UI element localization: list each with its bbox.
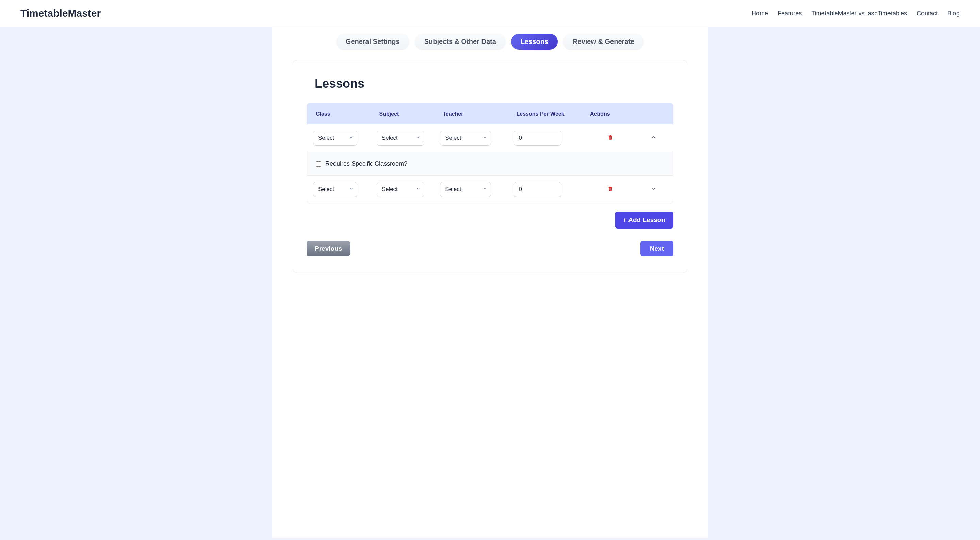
select-value: Select bbox=[445, 186, 461, 193]
class-select[interactable]: Select bbox=[313, 182, 357, 197]
requires-classroom-checkbox[interactable] bbox=[316, 161, 321, 167]
select-value: Select bbox=[318, 186, 334, 193]
tab-lessons[interactable]: Lessons bbox=[511, 34, 558, 50]
nav-blog[interactable]: Blog bbox=[947, 10, 959, 17]
trash-icon bbox=[608, 186, 614, 193]
class-select[interactable]: Select bbox=[313, 130, 357, 146]
panel-title: Lessons bbox=[307, 76, 673, 91]
lessons-table: Class Subject Teacher Lessons Per Week A… bbox=[307, 103, 673, 203]
nav-features[interactable]: Features bbox=[778, 10, 802, 17]
subject-select[interactable]: Select bbox=[377, 130, 424, 146]
input-value: 0 bbox=[519, 186, 522, 193]
lessons-per-week-input[interactable]: 0 bbox=[514, 182, 562, 197]
input-value: 0 bbox=[519, 135, 522, 141]
chevron-down-icon bbox=[416, 186, 421, 192]
chevron-up-icon bbox=[651, 134, 657, 142]
lessons-panel: Lessons Class Subject Teacher Lessons Pe… bbox=[293, 60, 687, 273]
chevron-down-icon bbox=[482, 135, 487, 141]
checkbox-text: Requires Specific Classroom? bbox=[325, 160, 407, 167]
tab-subjects-data[interactable]: Subjects & Other Data bbox=[415, 34, 506, 50]
table-row: Select Select Select bbox=[307, 124, 673, 152]
main-shell: General Settings Subjects & Other Data L… bbox=[272, 27, 708, 538]
brand-logo[interactable]: TimetableMaster bbox=[21, 8, 101, 19]
chevron-down-icon bbox=[349, 135, 353, 141]
chevron-down-icon bbox=[416, 135, 421, 141]
trash-icon bbox=[608, 134, 614, 142]
col-class: Class bbox=[311, 111, 372, 117]
nav-home[interactable]: Home bbox=[752, 10, 768, 17]
collapse-toggle[interactable] bbox=[648, 133, 659, 143]
nav-vs[interactable]: TimetableMaster vs. ascTimetables bbox=[811, 10, 907, 17]
add-lesson-button[interactable]: + Add Lesson bbox=[615, 211, 673, 229]
table-header: Class Subject Teacher Lessons Per Week A… bbox=[307, 103, 673, 124]
delete-button[interactable] bbox=[605, 184, 616, 195]
select-value: Select bbox=[382, 186, 398, 193]
previous-button[interactable]: Previous bbox=[307, 241, 350, 256]
chevron-down-icon bbox=[651, 186, 657, 193]
table-row: Select Select Select bbox=[307, 176, 673, 203]
col-actions: Actions bbox=[585, 111, 636, 117]
col-lessons-per-week: Lessons Per Week bbox=[512, 111, 582, 117]
select-value: Select bbox=[318, 135, 334, 141]
lessons-per-week-input[interactable]: 0 bbox=[514, 130, 562, 146]
select-value: Select bbox=[445, 135, 461, 141]
top-header: TimetableMaster Home Features TimetableM… bbox=[0, 0, 980, 27]
teacher-select[interactable]: Select bbox=[440, 182, 491, 197]
delete-button[interactable] bbox=[605, 133, 616, 143]
col-subject: Subject bbox=[375, 111, 436, 117]
wizard-tabs: General Settings Subjects & Other Data L… bbox=[272, 34, 708, 60]
row-expanded-section: Requires Specific Classroom? bbox=[307, 152, 673, 176]
next-button[interactable]: Next bbox=[640, 241, 673, 256]
header-nav: Home Features TimetableMaster vs. ascTim… bbox=[752, 10, 959, 17]
col-teacher: Teacher bbox=[438, 111, 509, 117]
requires-classroom-label[interactable]: Requires Specific Classroom? bbox=[316, 160, 664, 167]
teacher-select[interactable]: Select bbox=[440, 130, 491, 146]
subject-select[interactable]: Select bbox=[377, 182, 424, 197]
tab-review-generate[interactable]: Review & Generate bbox=[563, 34, 644, 50]
chevron-down-icon bbox=[349, 186, 353, 192]
expand-toggle[interactable] bbox=[648, 184, 659, 195]
chevron-down-icon bbox=[482, 186, 487, 192]
tab-general-settings[interactable]: General Settings bbox=[336, 34, 409, 50]
nav-contact[interactable]: Contact bbox=[917, 10, 938, 17]
select-value: Select bbox=[382, 135, 398, 141]
